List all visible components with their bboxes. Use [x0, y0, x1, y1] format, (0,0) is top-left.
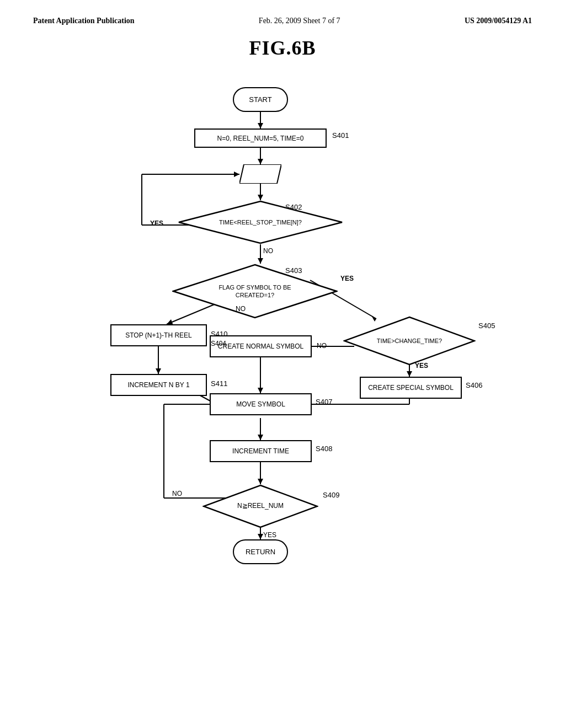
- svg-marker-37: [239, 164, 281, 184]
- svg-marker-1: [258, 123, 263, 129]
- s405-decision: TIME>CHANGE_TIME?: [343, 316, 476, 366]
- s409-yes-label: YES: [263, 531, 276, 539]
- svg-marker-21: [258, 388, 263, 393]
- s402-yes-label: YES: [150, 220, 163, 227]
- s401-label: S401: [332, 131, 349, 140]
- s408-label: S408: [316, 445, 332, 453]
- s409-label: S409: [323, 491, 339, 499]
- svg-marker-26: [258, 435, 263, 440]
- svg-marker-35: [156, 368, 161, 374]
- svg-marker-19: [407, 371, 412, 377]
- s406-label: S406: [466, 381, 482, 389]
- init-process: N=0, REEL_NUM=5, TIME=0: [194, 129, 327, 148]
- s405-yes-label: YES: [415, 362, 428, 370]
- return-terminal: RETURN: [233, 539, 288, 564]
- s403-decision: FLAG OF SYMBOL TO BE CREATED=1?: [172, 264, 338, 319]
- s402-no-label: NO: [263, 247, 273, 255]
- s405-no-label: NO: [317, 342, 327, 350]
- svg-marker-30: [258, 534, 263, 539]
- svg-marker-11: [258, 258, 263, 264]
- s407-label: S407: [316, 398, 332, 406]
- s409-decision: N≧REEL_NUM: [202, 484, 318, 528]
- loop-connector: [239, 164, 281, 184]
- header-right: US 2009/0054129 A1: [465, 17, 532, 25]
- header-center: Feb. 26, 2009 Sheet 7 of 7: [259, 17, 340, 25]
- header-left: Patent Application Publication: [33, 17, 135, 25]
- figure-title: FIG.6B: [33, 36, 532, 60]
- svg-marker-28: [258, 479, 263, 484]
- s404-label-text: S404: [211, 340, 226, 347]
- flowchart: START N=0, REEL_NUM=5, TIME=0 S401 S402 …: [45, 76, 520, 683]
- svg-marker-9: [234, 172, 239, 177]
- s410-process: STOP (N+1)-TH REEL: [110, 324, 207, 346]
- s407-process: MOVE SYMBOL: [210, 393, 312, 415]
- s402-decision: TIME<REEL_STOP_TIME[N]?: [178, 200, 343, 244]
- s406-process: CREATE SPECIAL SYMBOL: [360, 377, 462, 399]
- s403-yes-label: YES: [340, 275, 354, 282]
- s409-no-label: NO: [172, 490, 182, 497]
- start-terminal: START: [233, 87, 288, 112]
- page: Patent Application Publication Feb. 26, …: [0, 0, 565, 728]
- s403-no-label: NO: [236, 305, 246, 313]
- s411-process: INCREMENT N BY 1: [110, 374, 207, 396]
- page-header: Patent Application Publication Feb. 26, …: [33, 17, 532, 25]
- s411-label: S411: [211, 379, 227, 388]
- svg-marker-3: [258, 159, 263, 164]
- svg-marker-5: [258, 195, 263, 200]
- s408-process: INCREMENT TIME: [210, 440, 312, 462]
- s405-label: S405: [478, 322, 495, 330]
